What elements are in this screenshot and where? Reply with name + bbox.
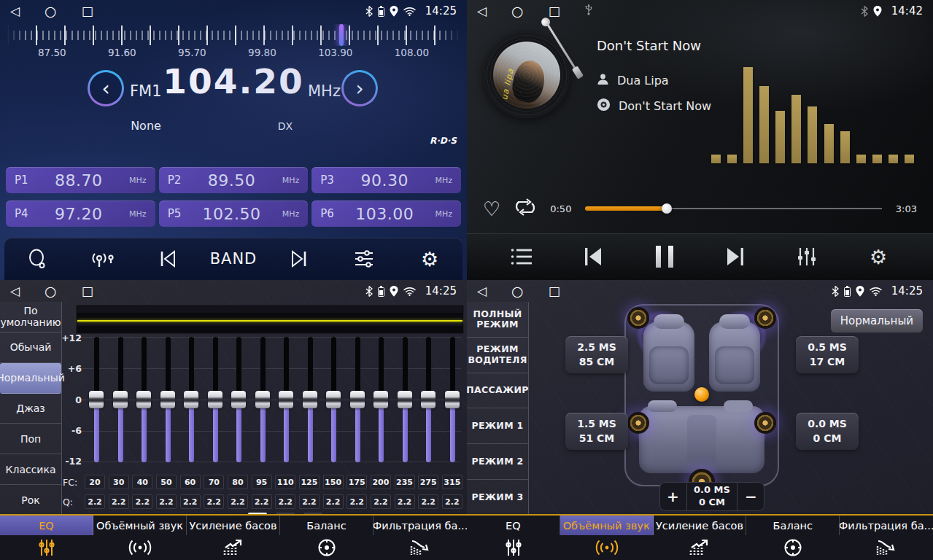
home-icon[interactable]: ○ — [44, 284, 57, 298]
slider-thumb[interactable] — [398, 391, 412, 408]
fc-value[interactable]: 50 — [156, 475, 177, 489]
playlist-button[interactable] — [498, 239, 546, 274]
listening-mode-item[interactable]: ПОЛНЫЙ РЕЖИМ — [467, 302, 528, 338]
rear-left-delay-button[interactable]: 1.5 MS 51 CM — [565, 413, 628, 450]
tab-surround[interactable]: Объёмный звук — [93, 516, 187, 560]
tab-bass-boost[interactable]: Усиление басов — [187, 516, 280, 560]
back-icon[interactable]: ◁ — [477, 285, 487, 298]
tuning-dial[interactable] — [7, 24, 460, 46]
fc-value[interactable]: 40 — [132, 475, 152, 489]
q-value[interactable]: 2.2 — [85, 494, 105, 509]
tab-eq[interactable]: EQ — [467, 516, 560, 560]
eq-band-slider[interactable] — [89, 337, 104, 462]
repeat-icon[interactable] — [514, 198, 537, 219]
eq-band-slider[interactable] — [279, 337, 293, 462]
eq-band-slider[interactable] — [398, 337, 412, 462]
tab-filter[interactable]: Фильтрация ба... — [840, 516, 933, 560]
band-button[interactable]: BAND — [210, 243, 257, 275]
fc-value[interactable]: 235 — [395, 475, 415, 489]
eq-band-slider[interactable] — [113, 337, 128, 462]
tab-balance[interactable]: Баланс — [280, 516, 373, 560]
fc-value[interactable]: 125 — [299, 475, 320, 489]
rear-right-delay-button[interactable]: 0.0 MS 0 CM — [796, 413, 859, 450]
eq-band-slider[interactable] — [184, 337, 198, 462]
slider-thumb[interactable] — [160, 391, 175, 408]
previous-station-button[interactable] — [144, 243, 191, 275]
eq-band-slider[interactable] — [350, 337, 365, 462]
favorite-heart-icon[interactable]: ♡ — [483, 199, 500, 219]
settings-gear-icon[interactable]: ⚙ — [406, 243, 453, 275]
listening-mode-item[interactable]: РЕЖИМ ВОДИТЕЛЯ — [467, 338, 528, 373]
fc-value[interactable]: 110 — [275, 475, 295, 489]
preset-button[interactable]: P2 89.50 MHz — [159, 167, 309, 193]
q-value[interactable]: 2.2 — [418, 494, 438, 509]
back-icon[interactable]: ◁ — [10, 5, 20, 18]
eq-band-slider[interactable] — [136, 337, 151, 462]
eq-band-slider[interactable] — [445, 337, 460, 462]
rear-right-speaker-icon[interactable] — [754, 412, 776, 434]
front-right-delay-button[interactable]: 0.5 MS 17 CM — [796, 336, 859, 373]
q-value[interactable]: 2.2 — [371, 494, 391, 509]
front-left-delay-button[interactable]: 2.5 MS 85 CM — [565, 336, 628, 373]
slider-thumb[interactable] — [255, 391, 270, 408]
next-track-button[interactable] — [711, 239, 759, 274]
eq-preset-item[interactable]: Рок — [0, 485, 61, 516]
eq-band-slider[interactable] — [373, 337, 388, 462]
fc-value[interactable]: 60 — [180, 475, 201, 489]
scan-search-button[interactable] — [14, 243, 61, 275]
tab-eq[interactable]: EQ — [0, 516, 93, 560]
q-value[interactable]: 2.2 — [156, 494, 177, 509]
slider-thumb[interactable] — [136, 391, 151, 408]
q-value[interactable]: 2.2 — [395, 494, 415, 509]
sound-preset-button[interactable]: Нормальный — [831, 309, 923, 332]
fc-value[interactable]: 315 — [442, 475, 462, 489]
eq-preset-item[interactable]: Классика — [0, 454, 61, 485]
listener-position-marker[interactable] — [694, 387, 709, 402]
eq-band-slider[interactable] — [231, 337, 246, 462]
tab-balance[interactable]: Баланс — [746, 516, 840, 560]
slider-thumb[interactable] — [208, 391, 222, 408]
listening-mode-item[interactable]: РЕЖИМ 2 — [467, 444, 528, 480]
fc-value[interactable]: 95 — [252, 475, 272, 489]
front-left-speaker-icon[interactable] — [627, 307, 649, 329]
q-value[interactable]: 2.2 — [347, 494, 367, 509]
eq-band-slider[interactable] — [303, 337, 317, 462]
tab-filter[interactable]: Фильтрация ба... — [373, 516, 467, 560]
slider-thumb[interactable] — [231, 391, 246, 408]
home-icon[interactable]: ○ — [511, 284, 524, 298]
q-value[interactable]: 2.2 — [204, 494, 224, 509]
fc-value[interactable]: 175 — [347, 475, 367, 489]
fc-value[interactable]: 275 — [418, 475, 438, 489]
fc-value[interactable]: 150 — [323, 475, 344, 489]
tab-bass-boost[interactable]: Усиление басов — [654, 516, 747, 560]
tune-up-button[interactable]: › — [341, 70, 378, 106]
back-icon[interactable]: ◁ — [477, 5, 487, 18]
eq-band-slider[interactable] — [421, 337, 435, 462]
eq-preset-item[interactable]: Джаз — [0, 394, 61, 424]
recents-icon[interactable]: □ — [82, 5, 93, 18]
home-icon[interactable]: ○ — [44, 4, 57, 18]
slider-thumb[interactable] — [89, 391, 104, 408]
fc-value[interactable]: 70 — [204, 475, 224, 489]
q-value[interactable]: 2.2 — [299, 494, 320, 509]
preset-button[interactable]: P6 103.00 MHz — [311, 201, 461, 227]
eq-band-slider[interactable] — [160, 337, 175, 462]
q-value[interactable]: 2.2 — [252, 494, 272, 509]
eq-preset-item[interactable]: По умолчанию — [0, 302, 61, 332]
previous-track-button[interactable] — [569, 239, 617, 274]
preset-button[interactable]: P5 102.50 MHz — [159, 201, 309, 227]
eq-preset-item[interactable]: Нормальный — [0, 363, 61, 394]
eq-sliders-button[interactable] — [341, 243, 387, 275]
recents-icon[interactable]: □ — [549, 5, 560, 18]
eq-band-slider[interactable] — [208, 337, 222, 462]
back-icon[interactable]: ◁ — [10, 285, 20, 298]
fc-value[interactable]: 30 — [109, 475, 129, 489]
delay-decrease-button[interactable]: − — [738, 482, 764, 511]
tune-down-button[interactable]: ‹ — [88, 70, 124, 106]
slider-thumb[interactable] — [326, 391, 341, 408]
eq-band-slider[interactable] — [255, 337, 270, 462]
eq-band-slider[interactable] — [326, 337, 341, 462]
fc-value[interactable]: 20 — [85, 475, 105, 489]
q-value[interactable]: 2.2 — [228, 494, 248, 509]
fc-value[interactable]: 80 — [228, 475, 248, 489]
